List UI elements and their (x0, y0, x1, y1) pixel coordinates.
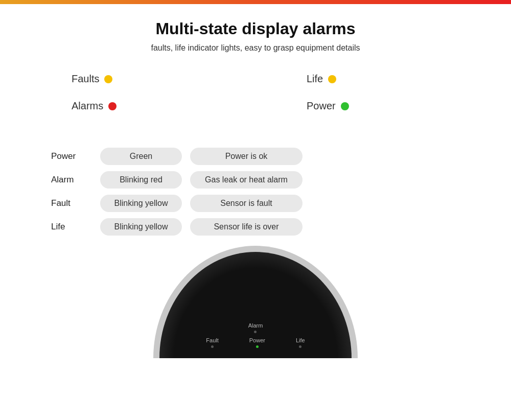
row-label-2: Fault (51, 198, 92, 208)
table-row: Life Blinking yellow Sensor life is over (51, 218, 460, 236)
status-table: Power Green Power is ok Alarm Blinking r… (31, 148, 480, 236)
device-circle: Alarm Fault Power Life (153, 246, 358, 358)
table-row: Alarm Blinking red Gas leak or heat alar… (51, 171, 460, 189)
row-desc-0: Power is ok (190, 148, 303, 165)
device-image: Alarm Fault Power Life (31, 246, 480, 358)
top-bar (0, 0, 511, 4)
indicator-life: Life (256, 73, 439, 85)
device-top-labels: Alarm (248, 322, 263, 333)
device-power-dot (256, 345, 259, 348)
row-desc-1: Gas leak or heat alarm (190, 171, 303, 189)
faults-label: Faults (72, 73, 99, 85)
device-life-text: Life (296, 337, 305, 343)
page-subtitle: faults, life indicator lights, easy to g… (31, 43, 480, 53)
row-label-0: Power (51, 151, 92, 161)
indicator-power: Power (256, 100, 439, 112)
life-dot (328, 75, 336, 83)
row-desc-2: Sensor is fault (190, 195, 303, 212)
device-alarm-dot (254, 331, 257, 333)
device-power-label: Power (249, 337, 265, 348)
indicators-grid: Faults Life Alarms Power (31, 73, 480, 127)
device-fault-label: Fault (206, 337, 218, 348)
table-row: Fault Blinking yellow Sensor is fault (51, 195, 460, 212)
indicator-alarms: Alarms (72, 100, 256, 112)
faults-dot (104, 75, 112, 83)
page-title: Multi-state display alarms (31, 19, 480, 38)
row-label-3: Life (51, 222, 92, 232)
main-content: Multi-state display alarms faults, life … (0, 4, 511, 358)
power-dot (341, 102, 349, 110)
table-row: Power Green Power is ok (51, 148, 460, 165)
row-label-1: Alarm (51, 175, 92, 185)
row-color-1: Blinking red (100, 171, 182, 189)
alarms-label: Alarms (72, 100, 103, 112)
device-life-label: Life (296, 337, 305, 348)
device-inner: Alarm Fault Power Life (159, 322, 352, 358)
power-label: Power (307, 100, 336, 112)
device-life-dot (299, 345, 301, 348)
device-fault-text: Fault (206, 337, 218, 343)
alarms-dot (108, 102, 117, 110)
device-alarm-label: Alarm (248, 322, 263, 333)
device-power-text: Power (249, 337, 265, 343)
row-desc-3: Sensor life is over (190, 218, 303, 236)
device-alarm-text: Alarm (248, 322, 263, 329)
device-fault-dot (211, 345, 214, 348)
row-color-0: Green (100, 148, 182, 165)
indicator-faults: Faults (72, 73, 256, 85)
row-color-3: Blinking yellow (100, 218, 182, 236)
device-bottom-labels: Fault Power Life (206, 337, 305, 348)
life-label: Life (307, 73, 323, 85)
row-color-2: Blinking yellow (100, 195, 182, 212)
